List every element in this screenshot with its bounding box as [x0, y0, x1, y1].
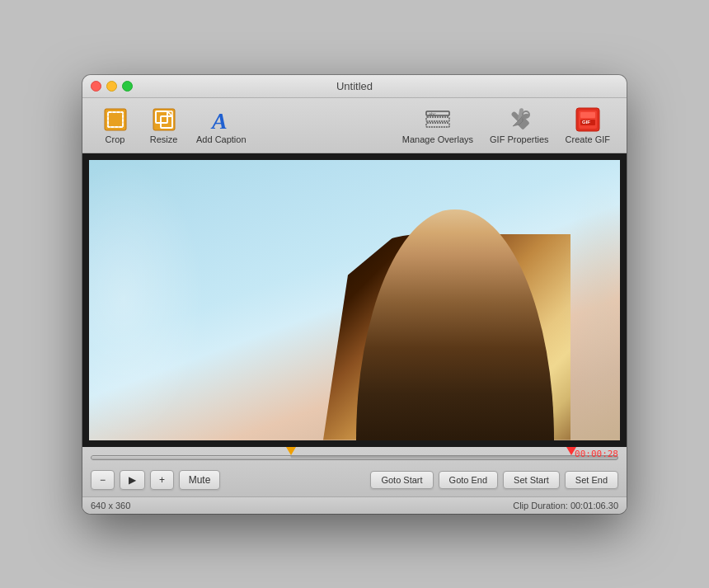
- gif-properties-button[interactable]: GIF Properties: [483, 103, 556, 148]
- toolbar: Crop Resize A Ad: [82, 98, 627, 153]
- time-display: 00:00:28: [575, 449, 618, 459]
- crop-icon: [102, 106, 129, 133]
- video-area: [82, 153, 627, 447]
- svg-text:abc: abc: [429, 111, 436, 116]
- window-title: Untitled: [336, 80, 373, 92]
- crop-label: Crop: [106, 134, 125, 144]
- resize-button[interactable]: Resize: [141, 103, 186, 148]
- playhead: [286, 447, 296, 455]
- gif-properties-label: GIF Properties: [490, 134, 549, 144]
- add-caption-button[interactable]: A Add Caption: [190, 103, 253, 148]
- set-start-button[interactable]: Set Start: [503, 471, 560, 489]
- create-gif-label: Create GIF: [566, 134, 610, 144]
- create-gif-button[interactable]: GIF Create GIF: [559, 103, 617, 148]
- hair-visual: [323, 234, 570, 440]
- goto-end-button[interactable]: Goto End: [439, 471, 498, 489]
- volume-down-button[interactable]: −: [91, 470, 115, 490]
- manage-overlays-icon: abc: [425, 106, 451, 133]
- mute-button[interactable]: Mute: [179, 470, 220, 490]
- gif-properties-icon: [506, 106, 533, 133]
- manage-overlays-button[interactable]: abc Manage Overlays: [396, 103, 480, 148]
- video-frame: [89, 160, 620, 440]
- svg-text:A: A: [210, 108, 228, 132]
- titlebar: Untitled: [82, 75, 627, 98]
- resize-label: Resize: [150, 134, 178, 144]
- set-end-button[interactable]: Set End: [565, 471, 618, 489]
- svg-rect-16: [426, 123, 449, 127]
- svg-text:GIF: GIF: [582, 120, 590, 125]
- status-bar: 640 x 360 Clip Duration: 00:01:06.30: [82, 496, 627, 514]
- create-gif-icon: GIF: [575, 106, 601, 133]
- dimensions-label: 640 x 360: [91, 501, 130, 510]
- clip-duration-label: Clip Duration: 00:01:06.30: [513, 501, 618, 510]
- close-button[interactable]: [91, 81, 101, 92]
- bokeh-left: [89, 160, 204, 440]
- manage-overlays-label: Manage Overlays: [402, 134, 473, 144]
- svg-rect-23: [580, 112, 595, 118]
- progress-fill: [92, 456, 291, 459]
- resize-icon: [151, 106, 177, 133]
- playback-row: − ▶ + Mute Goto Start Goto End Set Start…: [91, 467, 618, 493]
- controls-bar: 00:00:28 − ▶ + Mute Goto Start Goto End …: [82, 447, 627, 496]
- main-window: Untitled Crop: [82, 75, 627, 514]
- maximize-button[interactable]: [122, 81, 133, 92]
- svg-rect-15: [426, 117, 449, 121]
- add-caption-label: Add Caption: [196, 134, 247, 144]
- minimize-button[interactable]: [106, 81, 117, 92]
- window-controls: [91, 81, 133, 92]
- play-button[interactable]: ▶: [120, 470, 145, 490]
- progress-track[interactable]: [91, 455, 618, 460]
- volume-up-button[interactable]: +: [150, 470, 174, 490]
- progress-area[interactable]: 00:00:28: [91, 450, 618, 465]
- crop-button[interactable]: Crop: [92, 103, 138, 148]
- face-visual: [414, 308, 521, 407]
- goto-start-button[interactable]: Goto Start: [370, 471, 433, 489]
- add-caption-icon: A: [208, 106, 234, 133]
